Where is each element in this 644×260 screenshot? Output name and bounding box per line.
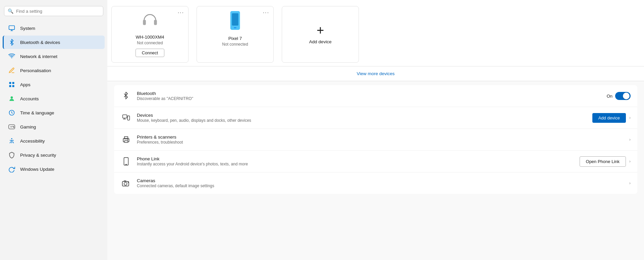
add-device-label: Add device <box>309 39 332 44</box>
accounts-icon <box>8 95 15 102</box>
sidebar-item-windows-update[interactable]: Windows Update <box>3 162 105 176</box>
time-language-icon <box>8 109 15 116</box>
bluetooth-toggle-wrap: On <box>607 92 631 100</box>
add-device-card[interactable]: + Add device <box>282 6 359 63</box>
cameras-action: › <box>629 181 631 186</box>
bluetooth-toggle[interactable] <box>615 92 631 100</box>
sidebar-item-gaming[interactable]: Gaming <box>3 120 105 134</box>
view-more-row[interactable]: View more devices <box>107 66 644 81</box>
device-card-more-headphones[interactable]: ··· <box>178 10 184 16</box>
sidebar-item-network[interactable]: Network & internet <box>3 50 105 63</box>
svg-point-3 <box>11 57 12 58</box>
sidebar: 🔍 System Bluetooth & devices Network & i… <box>0 0 107 260</box>
svg-point-32 <box>124 182 127 185</box>
svg-rect-5 <box>12 82 14 84</box>
svg-rect-4 <box>9 82 11 84</box>
svg-point-15 <box>11 138 12 139</box>
connect-button[interactable]: Connect <box>136 49 164 57</box>
svg-rect-20 <box>234 27 236 28</box>
sidebar-item-bluetooth[interactable]: Bluetooth & devices <box>3 36 105 49</box>
printers-setting-text: Printers & scanners Preferences, trouble… <box>137 135 624 145</box>
printers-setting-row[interactable]: Printers & scanners Preferences, trouble… <box>114 129 637 151</box>
svg-rect-6 <box>9 85 11 87</box>
search-input[interactable] <box>16 9 100 14</box>
printers-title: Printers & scanners <box>137 135 624 140</box>
svg-rect-7 <box>12 85 14 87</box>
sidebar-item-label-network: Network & internet <box>20 54 57 59</box>
svg-point-33 <box>128 182 129 183</box>
accessibility-icon <box>8 137 15 145</box>
cameras-title: Cameras <box>137 178 624 183</box>
devices-subtitle: Mouse, keyboard, pen, audio, displays an… <box>137 118 587 123</box>
cameras-setting-row[interactable]: Cameras Connected cameras, default image… <box>114 172 637 194</box>
sidebar-item-label-accessibility: Accessibility <box>20 139 45 144</box>
printers-action: › <box>629 137 631 142</box>
add-device-blue-button[interactable]: Add device <box>592 113 626 123</box>
sidebar-item-accessibility[interactable]: Accessibility <box>3 134 105 148</box>
devices-setting-row[interactable]: Devices Mouse, keyboard, pen, audio, dis… <box>114 107 637 129</box>
sidebar-item-label-apps: Apps <box>20 82 31 87</box>
sidebar-item-label-bluetooth: Bluetooth & devices <box>20 40 60 45</box>
sidebar-item-accounts[interactable]: Accounts <box>3 92 105 105</box>
phone-link-chevron: › <box>629 159 631 164</box>
bluetooth-action: On <box>607 92 631 100</box>
search-bar[interactable]: 🔍 <box>4 6 103 16</box>
devices-action: Add device › <box>592 113 631 123</box>
bluetooth-subtitle: Discoverable as "ACERNITRO" <box>137 96 601 101</box>
sidebar-item-personalisation[interactable]: Personalisation <box>3 64 105 77</box>
sidebar-item-apps[interactable]: Apps <box>3 78 105 91</box>
view-more-link[interactable]: View more devices <box>357 71 394 76</box>
svg-rect-17 <box>154 20 157 25</box>
phone-link-setting-icon <box>121 156 131 167</box>
sidebar-item-system[interactable]: System <box>3 21 105 35</box>
printers-chevron: › <box>629 137 631 142</box>
device2-name: Pixel 7 <box>228 36 242 41</box>
pixel-phone-icon <box>228 11 243 33</box>
bluetooth-title: Bluetooth <box>137 91 601 96</box>
main-content: ··· WH-1000XM4 Not connected Connect ··· <box>107 0 644 260</box>
phone-link-title: Phone Link <box>137 156 574 161</box>
open-phone-link-button[interactable]: Open Phone Link <box>580 156 626 167</box>
toggle-knob <box>623 93 630 99</box>
sidebar-item-privacy-security[interactable]: Privacy & security <box>3 148 105 162</box>
search-icon: 🔍 <box>8 8 13 14</box>
sidebar-item-label-personalisation: Personalisation <box>20 68 51 73</box>
svg-rect-19 <box>232 13 238 25</box>
svg-point-8 <box>11 96 13 99</box>
phone-link-setting-row[interactable]: Phone Link Instantly access your Android… <box>114 151 637 172</box>
devices-setting-icon <box>121 112 131 123</box>
windows-update-icon <box>8 165 15 173</box>
phone-link-action: Open Phone Link › <box>580 156 631 167</box>
apps-icon <box>8 81 15 88</box>
device-card-more-pixel[interactable]: ··· <box>263 10 269 16</box>
svg-point-13 <box>13 126 13 127</box>
device2-status: Not connected <box>222 42 248 47</box>
svg-rect-0 <box>9 26 15 30</box>
add-device-plus-icon: + <box>317 24 324 37</box>
svg-rect-27 <box>124 141 128 142</box>
svg-rect-16 <box>143 20 146 25</box>
cameras-subtitle: Connected cameras, default image setting… <box>137 184 624 188</box>
cameras-chevron: › <box>629 181 631 186</box>
devices-chevron: › <box>629 115 631 120</box>
printers-subtitle: Preferences, troubleshoot <box>137 140 624 145</box>
svg-rect-22 <box>127 116 129 120</box>
svg-point-28 <box>127 140 128 141</box>
cameras-setting-text: Cameras Connected cameras, default image… <box>137 178 624 188</box>
bluetooth-icon <box>8 39 15 46</box>
device-card-headphones: ··· WH-1000XM4 Not connected Connect <box>111 6 189 63</box>
devices-row: ··· WH-1000XM4 Not connected Connect ··· <box>107 0 644 66</box>
sidebar-item-label-windows-update: Windows Update <box>20 167 54 172</box>
bluetooth-setting-icon <box>121 91 131 101</box>
phone-link-subtitle: Instantly access your Android device's p… <box>137 162 574 166</box>
devices-setting-text: Devices Mouse, keyboard, pen, audio, dis… <box>137 113 587 123</box>
cameras-setting-icon <box>121 178 131 189</box>
bluetooth-toggle-label: On <box>607 94 612 99</box>
sidebar-item-label-time-language: Time & language <box>20 110 54 115</box>
sidebar-item-time-language[interactable]: Time & language <box>3 106 105 119</box>
device1-name: WH-1000XM4 <box>136 35 164 40</box>
bluetooth-setting-row[interactable]: Bluetooth Discoverable as "ACERNITRO" On <box>114 85 637 107</box>
gaming-icon <box>8 123 15 131</box>
settings-section: Bluetooth Discoverable as "ACERNITRO" On… <box>114 85 637 194</box>
svg-rect-21 <box>123 115 127 118</box>
